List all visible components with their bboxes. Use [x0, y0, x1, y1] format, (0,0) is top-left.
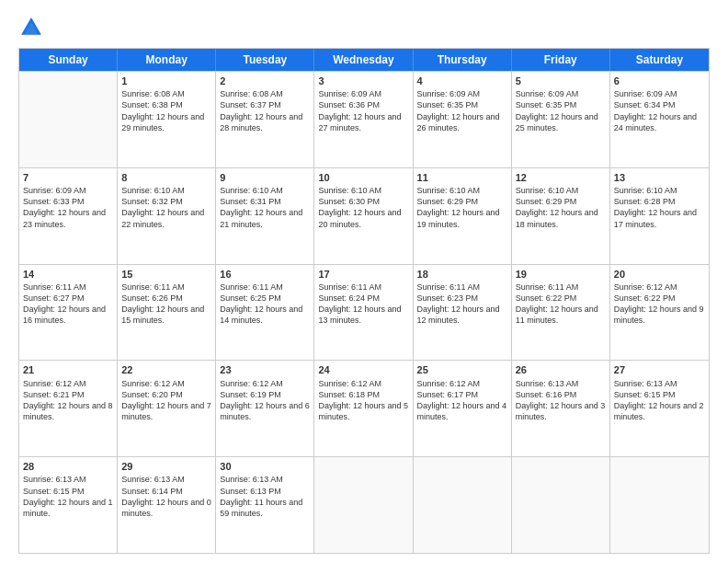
day-info: Sunrise: 6:12 AMSunset: 6:22 PMDaylight:… — [614, 282, 705, 327]
day-info: Sunrise: 6:10 AMSunset: 6:30 PMDaylight:… — [318, 185, 408, 230]
day-info: Sunrise: 6:13 AMSunset: 6:15 PMDaylight:… — [614, 378, 705, 423]
calendar-cell: 23Sunrise: 6:12 AMSunset: 6:19 PMDayligh… — [216, 361, 314, 456]
day-number: 29 — [121, 460, 211, 473]
calendar-cell: 11Sunrise: 6:10 AMSunset: 6:29 PMDayligh… — [414, 168, 512, 264]
calendar-cell — [314, 457, 413, 553]
calendar-cell: 26Sunrise: 6:13 AMSunset: 6:16 PMDayligh… — [512, 361, 610, 456]
day-number: 18 — [417, 268, 507, 281]
calendar-cell: 5Sunrise: 6:09 AMSunset: 6:35 PMDaylight… — [512, 72, 610, 167]
day-info: Sunrise: 6:12 AMSunset: 6:18 PMDaylight:… — [318, 378, 408, 423]
calendar-week: 1Sunrise: 6:08 AMSunset: 6:38 PMDaylight… — [19, 71, 709, 167]
day-number: 13 — [614, 171, 705, 184]
calendar-header-row: SundayMondayTuesdayWednesdayThursdayFrid… — [19, 49, 709, 71]
day-number: 22 — [121, 363, 211, 376]
calendar-week: 28Sunrise: 6:13 AMSunset: 6:15 PMDayligh… — [19, 456, 709, 553]
calendar-cell: 7Sunrise: 6:09 AMSunset: 6:33 PMDaylight… — [19, 168, 118, 264]
calendar-cell: 25Sunrise: 6:12 AMSunset: 6:17 PMDayligh… — [414, 361, 512, 456]
day-number: 7 — [23, 171, 113, 184]
calendar-cell: 18Sunrise: 6:11 AMSunset: 6:23 PMDayligh… — [414, 265, 512, 361]
calendar-cell: 17Sunrise: 6:11 AMSunset: 6:24 PMDayligh… — [314, 265, 413, 361]
calendar-cell — [610, 457, 709, 553]
day-info: Sunrise: 6:10 AMSunset: 6:28 PMDaylight:… — [614, 185, 705, 230]
page: SundayMondayTuesdayWednesdayThursdayFrid… — [0, 0, 728, 563]
day-number: 19 — [516, 268, 606, 281]
day-info: Sunrise: 6:09 AMSunset: 6:33 PMDaylight:… — [23, 185, 113, 230]
day-number: 25 — [417, 363, 507, 376]
day-info: Sunrise: 6:10 AMSunset: 6:32 PMDaylight:… — [121, 185, 211, 230]
calendar-header-cell: Tuesday — [216, 49, 314, 71]
calendar-cell: 16Sunrise: 6:11 AMSunset: 6:25 PMDayligh… — [216, 265, 314, 361]
day-info: Sunrise: 6:13 AMSunset: 6:15 PMDaylight:… — [23, 474, 113, 519]
calendar-cell: 3Sunrise: 6:09 AMSunset: 6:36 PMDaylight… — [314, 72, 413, 167]
calendar-cell: 20Sunrise: 6:12 AMSunset: 6:22 PMDayligh… — [610, 265, 709, 361]
calendar-cell — [414, 457, 512, 553]
day-number: 5 — [516, 75, 606, 87]
calendar-cell — [512, 457, 610, 553]
calendar-header-cell: Sunday — [19, 49, 118, 71]
calendar-cell: 28Sunrise: 6:13 AMSunset: 6:15 PMDayligh… — [19, 457, 118, 553]
calendar: SundayMondayTuesdayWednesdayThursdayFrid… — [18, 48, 710, 554]
calendar-week: 21Sunrise: 6:12 AMSunset: 6:21 PMDayligh… — [19, 360, 709, 456]
day-number: 9 — [220, 171, 310, 184]
calendar-cell: 10Sunrise: 6:10 AMSunset: 6:30 PMDayligh… — [314, 168, 413, 264]
day-number: 14 — [23, 268, 113, 281]
day-number: 6 — [614, 75, 705, 87]
day-info: Sunrise: 6:12 AMSunset: 6:19 PMDaylight:… — [220, 378, 310, 423]
calendar-cell: 13Sunrise: 6:10 AMSunset: 6:28 PMDayligh… — [610, 168, 709, 264]
calendar-cell: 27Sunrise: 6:13 AMSunset: 6:15 PMDayligh… — [610, 361, 709, 456]
day-info: Sunrise: 6:13 AMSunset: 6:13 PMDaylight:… — [220, 474, 310, 519]
calendar-header-cell: Monday — [118, 49, 216, 71]
calendar-cell: 1Sunrise: 6:08 AMSunset: 6:38 PMDaylight… — [118, 72, 216, 167]
calendar-cell: 2Sunrise: 6:08 AMSunset: 6:37 PMDaylight… — [216, 72, 314, 167]
day-number: 23 — [220, 363, 310, 376]
calendar-cell: 21Sunrise: 6:12 AMSunset: 6:21 PMDayligh… — [19, 361, 118, 456]
day-info: Sunrise: 6:13 AMSunset: 6:16 PMDaylight:… — [516, 378, 606, 423]
day-info: Sunrise: 6:09 AMSunset: 6:35 PMDaylight:… — [516, 88, 606, 133]
calendar-cell: 8Sunrise: 6:10 AMSunset: 6:32 PMDaylight… — [118, 168, 216, 264]
calendar-cell: 15Sunrise: 6:11 AMSunset: 6:26 PMDayligh… — [118, 265, 216, 361]
calendar-cell: 9Sunrise: 6:10 AMSunset: 6:31 PMDaylight… — [216, 168, 314, 264]
calendar-cell: 19Sunrise: 6:11 AMSunset: 6:22 PMDayligh… — [512, 265, 610, 361]
day-info: Sunrise: 6:09 AMSunset: 6:35 PMDaylight:… — [417, 88, 507, 133]
calendar-cell: 14Sunrise: 6:11 AMSunset: 6:27 PMDayligh… — [19, 265, 118, 361]
day-info: Sunrise: 6:09 AMSunset: 6:36 PMDaylight:… — [318, 88, 408, 133]
day-number: 21 — [23, 363, 113, 376]
day-info: Sunrise: 6:11 AMSunset: 6:27 PMDaylight:… — [23, 282, 113, 327]
calendar-header-cell: Wednesday — [314, 49, 413, 71]
day-number: 24 — [318, 363, 408, 376]
calendar-header-cell: Thursday — [414, 49, 512, 71]
day-number: 8 — [121, 171, 211, 184]
day-info: Sunrise: 6:13 AMSunset: 6:14 PMDaylight:… — [121, 474, 211, 519]
day-number: 4 — [417, 75, 507, 87]
day-info: Sunrise: 6:10 AMSunset: 6:29 PMDaylight:… — [417, 185, 507, 230]
day-number: 20 — [614, 268, 705, 281]
header — [18, 15, 710, 40]
day-info: Sunrise: 6:11 AMSunset: 6:23 PMDaylight:… — [417, 282, 507, 327]
day-number: 26 — [516, 363, 606, 376]
day-number: 3 — [318, 75, 408, 87]
calendar-cell — [19, 72, 118, 167]
day-info: Sunrise: 6:11 AMSunset: 6:25 PMDaylight:… — [220, 282, 310, 327]
day-number: 30 — [220, 460, 310, 473]
calendar-header-cell: Friday — [512, 49, 610, 71]
calendar-cell: 12Sunrise: 6:10 AMSunset: 6:29 PMDayligh… — [512, 168, 610, 264]
calendar-week: 7Sunrise: 6:09 AMSunset: 6:33 PMDaylight… — [19, 167, 709, 264]
logo — [18, 15, 48, 40]
day-number: 17 — [318, 268, 408, 281]
day-info: Sunrise: 6:11 AMSunset: 6:22 PMDaylight:… — [516, 282, 606, 327]
day-number: 11 — [417, 171, 507, 184]
day-info: Sunrise: 6:08 AMSunset: 6:38 PMDaylight:… — [121, 88, 211, 133]
calendar-week: 14Sunrise: 6:11 AMSunset: 6:27 PMDayligh… — [19, 264, 709, 361]
day-number: 28 — [23, 460, 113, 473]
calendar-cell: 29Sunrise: 6:13 AMSunset: 6:14 PMDayligh… — [118, 457, 216, 553]
calendar-cell: 24Sunrise: 6:12 AMSunset: 6:18 PMDayligh… — [314, 361, 413, 456]
day-number: 12 — [516, 171, 606, 184]
day-info: Sunrise: 6:10 AMSunset: 6:29 PMDaylight:… — [516, 185, 606, 230]
day-number: 1 — [121, 75, 211, 87]
calendar-cell: 4Sunrise: 6:09 AMSunset: 6:35 PMDaylight… — [414, 72, 512, 167]
day-info: Sunrise: 6:12 AMSunset: 6:20 PMDaylight:… — [121, 378, 211, 423]
day-number: 2 — [220, 75, 310, 87]
logo-icon — [18, 15, 44, 40]
day-info: Sunrise: 6:11 AMSunset: 6:26 PMDaylight:… — [121, 282, 211, 327]
calendar-cell: 22Sunrise: 6:12 AMSunset: 6:20 PMDayligh… — [118, 361, 216, 456]
